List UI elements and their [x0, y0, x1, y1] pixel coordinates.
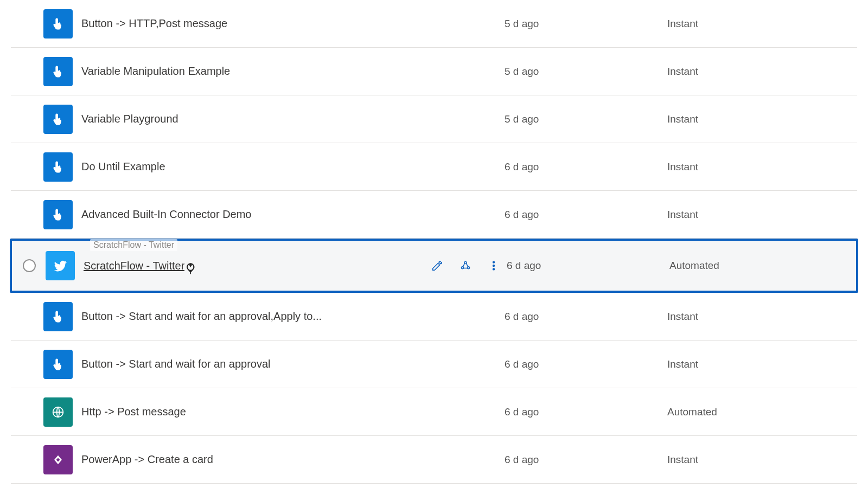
table-row[interactable]: PowerApp -> Create a card 6 d ago Instan…	[11, 436, 857, 484]
flow-icon-cell	[43, 152, 81, 182]
row-actions	[431, 259, 507, 272]
flow-name-cell[interactable]: Variable Playground	[81, 113, 429, 125]
share-people-icon	[459, 260, 471, 272]
table-row[interactable]: Http -> Post message 6 d ago Automated	[11, 388, 857, 436]
flow-name-cell[interactable]: ScratchFlow - Twitter ScratchFlow - Twit…	[84, 260, 431, 272]
twitter-icon	[46, 251, 75, 280]
modified-label: 6 d ago	[505, 209, 667, 221]
button-trigger-icon	[43, 57, 73, 86]
modified-label: 6 d ago	[505, 358, 667, 370]
flow-name-cell[interactable]: Do Until Example	[81, 160, 429, 173]
more-vertical-icon	[488, 260, 500, 272]
modified-label: 6 d ago	[507, 260, 669, 272]
flow-type-label: Automated	[667, 406, 857, 418]
button-trigger-icon	[43, 9, 73, 38]
flow-type-label: Instant	[667, 113, 857, 125]
table-row[interactable]: Button -> Start and wait for an approval…	[11, 293, 857, 341]
flow-name-cell[interactable]: PowerApp -> Create a card	[81, 453, 429, 466]
row-select-radio[interactable]	[23, 259, 36, 272]
table-row[interactable]: Button -> HTTP,Post message 5 d ago Inst…	[11, 0, 857, 48]
svg-point-3	[493, 261, 495, 263]
flow-type-label: Instant	[667, 454, 857, 466]
button-trigger-icon	[43, 200, 73, 229]
button-trigger-icon	[43, 350, 73, 379]
flow-name-cell[interactable]: Button -> Start and wait for an approval…	[81, 310, 429, 323]
flow-icon-cell	[43, 445, 81, 474]
pencil-icon	[431, 260, 443, 272]
flow-icon-cell	[43, 350, 81, 379]
modified-label: 6 d ago	[505, 406, 667, 418]
flow-name-cell[interactable]: Http -> Post message	[81, 406, 429, 418]
flow-name-label: Http -> Post message	[81, 406, 186, 418]
flow-icon-cell	[43, 105, 81, 134]
flow-name-label: Button -> HTTP,Post message	[81, 17, 227, 30]
flow-icon-cell	[43, 200, 81, 229]
flow-type-label: Instant	[667, 311, 857, 323]
modified-label: 6 d ago	[505, 161, 667, 173]
table-row[interactable]: Button -> Start and wait for an approval…	[11, 341, 857, 388]
table-row[interactable]: Do Until Example 6 d ago Instant	[11, 143, 857, 191]
flow-name-label: Variable Manipulation Example	[81, 65, 230, 78]
edit-button[interactable]	[431, 259, 444, 272]
svg-point-5	[493, 268, 495, 270]
modified-label: 6 d ago	[505, 454, 667, 466]
flow-name-label: Variable Playground	[81, 113, 178, 125]
flow-type-label: Automated	[669, 260, 855, 272]
flow-icon-cell	[43, 9, 81, 38]
share-button[interactable]	[459, 259, 472, 272]
flow-list: Button -> HTTP,Post message 5 d ago Inst…	[0, 0, 868, 484]
flow-type-label: Instant	[667, 66, 857, 78]
http-icon	[43, 397, 73, 427]
table-row[interactable]: Variable Manipulation Example 5 d ago In…	[11, 48, 857, 95]
modified-label: 5 d ago	[505, 113, 667, 125]
flow-name-cell[interactable]: Button -> Start and wait for an approval	[81, 358, 429, 370]
flow-type-label: Instant	[667, 358, 857, 370]
row-select-cell[interactable]	[13, 259, 46, 272]
button-trigger-icon	[43, 152, 73, 182]
flow-name-label: Button -> Start and wait for an approval…	[81, 310, 322, 323]
modified-label: 6 d ago	[505, 311, 667, 323]
button-trigger-icon	[43, 302, 73, 331]
flow-name-label: Do Until Example	[81, 160, 165, 173]
flow-name-cell[interactable]: Button -> HTTP,Post message	[81, 17, 429, 30]
flow-name-label: Button -> Start and wait for an approval	[81, 358, 271, 370]
table-row[interactable]: Advanced Built-In Connector Demo 6 d ago…	[11, 191, 857, 239]
flow-name-label: Advanced Built-In Connector Demo	[81, 208, 252, 221]
flow-icon-cell	[43, 57, 81, 86]
flow-type-label: Instant	[667, 18, 857, 30]
flow-name-label: ScratchFlow - Twitter	[84, 260, 184, 272]
table-row-selected[interactable]: ScratchFlow - Twitter ScratchFlow - Twit…	[10, 239, 858, 293]
flow-name-cell[interactable]: Advanced Built-In Connector Demo	[81, 208, 429, 221]
flow-name-label: PowerApp -> Create a card	[81, 453, 213, 466]
flow-icon-cell	[43, 397, 81, 427]
flow-name-tooltip: ScratchFlow - Twitter	[90, 239, 177, 251]
modified-label: 5 d ago	[505, 66, 667, 78]
flow-icon-cell	[46, 251, 84, 280]
flow-icon-cell	[43, 302, 81, 331]
more-actions-button[interactable]	[487, 259, 500, 272]
flow-name-cell[interactable]: Variable Manipulation Example	[81, 65, 429, 78]
table-row[interactable]: Variable Playground 5 d ago Instant	[11, 95, 857, 143]
flow-type-label: Instant	[667, 161, 857, 173]
flow-type-label: Instant	[667, 209, 857, 221]
button-trigger-icon	[43, 105, 73, 134]
svg-point-4	[493, 265, 495, 267]
powerapps-icon	[43, 445, 73, 474]
modified-label: 5 d ago	[505, 18, 667, 30]
